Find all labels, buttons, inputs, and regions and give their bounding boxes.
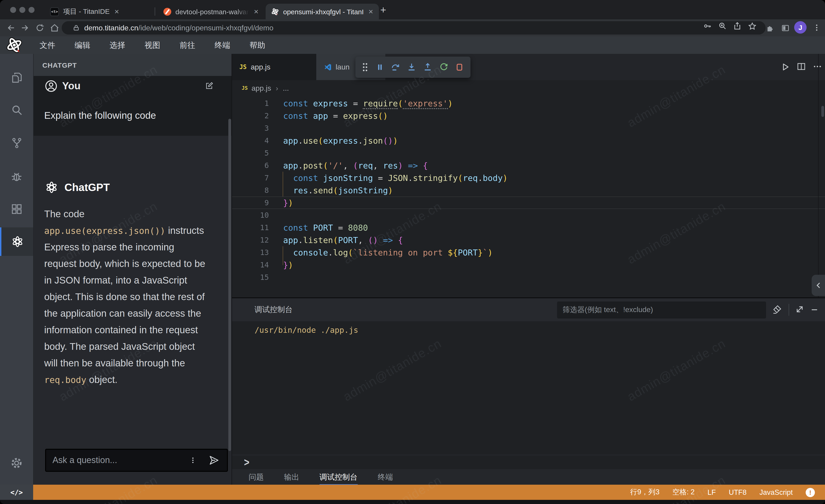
line-number[interactable]: 1: [232, 97, 269, 109]
code-line[interactable]: 3: [232, 122, 825, 135]
traffic-close-button[interactable]: [10, 7, 16, 13]
editor-more-dots-icon[interactable]: [813, 62, 822, 71]
line-number[interactable]: 5: [232, 147, 269, 159]
line-number[interactable]: 11: [232, 222, 269, 234]
panel-scrollbar[interactable]: [228, 119, 231, 451]
status-indent[interactable]: 空格: 2: [672, 487, 694, 497]
breadcrumb-file[interactable]: app.js: [251, 84, 271, 92]
url-bar[interactable]: demo.titanide.cn/ide/web/coding/opensumi…: [62, 21, 766, 34]
code-line[interactable]: 10: [232, 209, 825, 222]
code-line[interactable]: 13 console.log(`listening on port ${PORT…: [232, 246, 825, 259]
edit-message-icon[interactable]: [205, 81, 214, 90]
split-editor-icon[interactable]: [797, 62, 806, 71]
explorer-files-icon[interactable]: [0, 63, 33, 92]
code-line[interactable]: 6app.post('/', (req, res) => {: [232, 159, 825, 172]
chat-options-dots-icon[interactable]: [189, 456, 197, 465]
traffic-minimize-button[interactable]: [19, 7, 25, 13]
code-panel-toggle[interactable]: </>: [0, 485, 33, 500]
line-number[interactable]: 7: [232, 172, 269, 184]
password-key-icon[interactable]: [703, 22, 712, 30]
debug-step-over-icon[interactable]: [391, 62, 401, 72]
tab-problems[interactable]: 问题: [248, 469, 264, 486]
tab-close-icon[interactable]: ✕: [368, 8, 373, 15]
code-line[interactable]: 15: [232, 271, 825, 283]
debug-restart-icon[interactable]: [439, 62, 449, 72]
editor-scrollbar[interactable]: [821, 106, 824, 117]
console-filter-input[interactable]: 筛选器(例如 text、!exclude): [557, 302, 766, 319]
status-eol[interactable]: LF: [707, 488, 716, 496]
status-encoding[interactable]: UTF8: [729, 488, 747, 496]
browser-menu-dots-icon[interactable]: [813, 23, 821, 32]
debug-bug-icon[interactable]: [0, 162, 33, 190]
settings-gear-icon[interactable]: [0, 449, 33, 477]
clear-console-icon[interactable]: [771, 304, 782, 315]
new-tab-button[interactable]: +: [380, 5, 386, 15]
line-number[interactable]: 10: [232, 209, 269, 222]
code-line[interactable]: 7 const jsonString = JSON.stringify(req.…: [232, 172, 825, 184]
breadcrumb-symbol[interactable]: ...: [283, 84, 289, 92]
code-editor[interactable]: 1const express = require('express')2cons…: [232, 96, 825, 297]
menu-terminal[interactable]: 终端: [215, 40, 230, 51]
tab-output[interactable]: 输出: [284, 469, 299, 486]
tab-close-icon[interactable]: ✕: [114, 8, 119, 15]
browser-tab-1[interactable]: <t> 项目 - TitanIDE ✕: [45, 4, 157, 19]
browser-tab-2[interactable]: devtool-postman-walvamdz - TitanIDE ✕: [158, 4, 266, 19]
code-line[interactable]: 2const app = express(): [232, 109, 825, 122]
code-line[interactable]: 11const PORT = 8080: [232, 222, 825, 234]
code-line[interactable]: 8 res.send(jsonString): [232, 184, 825, 196]
menu-help[interactable]: 帮助: [249, 40, 265, 51]
editor-tab-appjs[interactable]: JS app.js: [232, 54, 316, 80]
code-line[interactable]: 12app.listen(PORT, () => {: [232, 234, 825, 246]
send-message-icon[interactable]: [209, 455, 220, 466]
extensions-puzzle-icon[interactable]: [766, 23, 775, 33]
minimize-panel-icon[interactable]: [810, 305, 819, 314]
search-icon[interactable]: [0, 96, 33, 124]
back-icon[interactable]: [6, 23, 16, 33]
side-panel-icon[interactable]: [781, 23, 790, 33]
code-line[interactable]: 14}): [232, 259, 825, 271]
line-number[interactable]: 8: [232, 184, 269, 196]
menu-go[interactable]: 前往: [179, 40, 195, 51]
menu-file[interactable]: 文件: [40, 40, 55, 51]
code-line[interactable]: 1const express = require('express'): [232, 97, 825, 109]
debug-step-into-icon[interactable]: [406, 62, 417, 72]
tab-close-icon[interactable]: ✕: [254, 8, 259, 15]
extensions-icon[interactable]: [0, 195, 33, 223]
source-control-icon[interactable]: [0, 129, 33, 157]
line-number[interactable]: 2: [232, 109, 269, 122]
line-number[interactable]: 4: [232, 135, 269, 147]
code-line[interactable]: 5: [232, 147, 825, 159]
chatgpt-panel-icon[interactable]: [0, 227, 34, 256]
status-line-col[interactable]: 行9，列3: [630, 487, 660, 497]
traffic-zoom-button[interactable]: [28, 7, 34, 13]
code-line[interactable]: 9}): [232, 196, 825, 209]
debug-repl-row[interactable]: >: [232, 455, 825, 469]
line-number[interactable]: 14: [232, 259, 269, 271]
debug-pause-icon[interactable]: [375, 62, 385, 72]
line-number[interactable]: 15: [232, 271, 269, 283]
breadcrumb[interactable]: JS app.js › ...: [232, 80, 825, 96]
zoom-page-icon[interactable]: [718, 22, 727, 30]
debug-step-out-icon[interactable]: [423, 62, 433, 72]
bookmark-star-icon[interactable]: [748, 22, 757, 31]
status-language[interactable]: JavaScript: [759, 488, 793, 496]
line-number[interactable]: 6: [232, 159, 269, 172]
share-icon[interactable]: [733, 22, 742, 30]
menu-selection[interactable]: 选择: [109, 40, 125, 51]
line-number[interactable]: 12: [232, 234, 269, 246]
browser-tab-3-active[interactable]: opensumi-xhxqfgvl - TitanIDE ✕: [266, 4, 379, 19]
code-line[interactable]: 4app.use(express.json()): [232, 135, 825, 147]
line-number[interactable]: 9: [232, 196, 269, 209]
titanide-logo-icon[interactable]: [5, 36, 23, 54]
forward-icon[interactable]: [20, 23, 30, 33]
tab-debug-console[interactable]: 调试控制台: [319, 469, 358, 486]
menu-edit[interactable]: 编辑: [75, 40, 90, 51]
run-play-icon[interactable]: [780, 62, 791, 72]
menu-view[interactable]: 视图: [145, 40, 160, 51]
toolbar-drag-grip-icon[interactable]: [361, 62, 369, 72]
chat-input[interactable]: Ask a question...: [45, 449, 228, 472]
reload-icon[interactable]: [35, 23, 45, 33]
notifications-alert-icon[interactable]: !: [806, 488, 815, 497]
maximize-panel-icon[interactable]: [795, 304, 805, 314]
profile-avatar[interactable]: J: [794, 21, 807, 33]
